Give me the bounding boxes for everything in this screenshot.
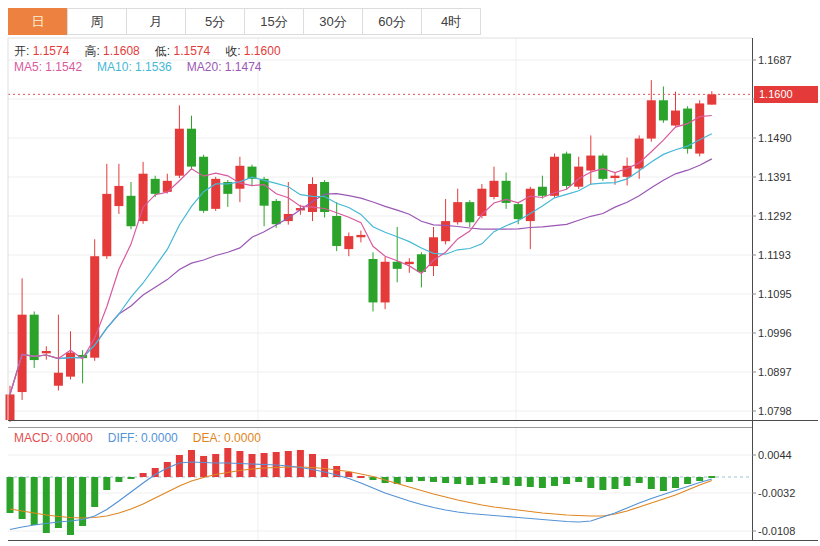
candle [18, 315, 27, 392]
macd-bar [612, 477, 619, 489]
macd-bar [430, 477, 437, 482]
macd-bar [309, 454, 316, 477]
timeframe-tab-1[interactable]: 周 [67, 8, 127, 35]
macd-bar [599, 477, 606, 490]
ohlc-item-2: 低: 1.1574 [155, 43, 210, 60]
candle [139, 174, 148, 221]
ma-item-1: MA10: 1.1536 [97, 60, 172, 74]
macd-bar [128, 477, 135, 479]
chart-window: 1.16871.15891.14901.13911.12921.11931.10… [0, 0, 820, 546]
candle [381, 262, 390, 303]
candle [260, 179, 269, 206]
macd-bar [708, 476, 715, 478]
macd-bar [575, 477, 582, 482]
macd-bar [684, 477, 691, 484]
candle [6, 394, 15, 420]
macd-bar [188, 450, 195, 477]
candle [671, 111, 680, 126]
candle [695, 103, 704, 153]
price-axis-label: 1.1391 [758, 171, 792, 183]
price-axis-label: 1.0798 [758, 405, 792, 417]
candle [369, 259, 378, 302]
candle [54, 373, 63, 386]
candle [683, 109, 692, 149]
macd-axis-label: -0.0108 [758, 525, 795, 537]
candle [272, 201, 281, 224]
candle [42, 351, 51, 353]
candle [659, 100, 668, 120]
timeframe-tabs: 日周月5分15分30分60分4时 [8, 8, 481, 35]
macd-bar [442, 477, 449, 483]
macd-bar [31, 477, 38, 525]
price-axis-label: 1.1292 [758, 210, 792, 222]
candle [514, 204, 523, 219]
timeframe-tab-3[interactable]: 5分 [185, 8, 245, 35]
macd-bar [660, 477, 667, 491]
timeframe-tab-5[interactable]: 30分 [303, 8, 363, 35]
ma-item-2: MA20: 1.1474 [187, 60, 262, 74]
price-axis-label: 1.1687 [758, 54, 792, 66]
candle [550, 157, 559, 196]
macdr-item-1: DIFF: 0.0000 [108, 431, 178, 445]
ma-readout: MA5: 1.1542MA10: 1.1536MA20: 1.1474 [14, 60, 277, 74]
candle [151, 179, 160, 194]
macd-bar [297, 450, 304, 477]
candle [441, 221, 450, 241]
ma-item-0: MA5: 1.1542 [14, 60, 82, 74]
candle [490, 181, 499, 197]
timeframe-tab-6[interactable]: 60分 [362, 8, 422, 35]
macdr-item-0: MACD: 0.0000 [14, 431, 93, 445]
macd-bar [176, 455, 183, 477]
macd-bar [696, 477, 703, 481]
candle [235, 166, 244, 189]
candle [562, 154, 571, 186]
candlestick-chart[interactable]: 1.16871.15891.14901.13911.12921.11931.10… [0, 0, 820, 546]
macd-axis-label: -0.0032 [758, 487, 795, 499]
macd-bar [515, 477, 522, 486]
candle [453, 202, 462, 222]
price-axis-label: 1.0897 [758, 366, 792, 378]
diff-line [10, 462, 712, 530]
candle [647, 100, 656, 138]
macd-bar [636, 477, 643, 483]
macd-bar [672, 477, 679, 488]
macd-bar [503, 477, 510, 485]
macd-bar [357, 476, 364, 478]
candle [127, 196, 136, 226]
macd-bar [249, 454, 256, 477]
timeframe-tab-2[interactable]: 月 [126, 8, 186, 35]
candle [30, 315, 39, 360]
timeframe-tab-7[interactable]: 4时 [421, 8, 481, 35]
macd-bar [140, 473, 147, 477]
macd-bar [527, 477, 534, 487]
current-price-tag: 1.1600 [754, 86, 818, 103]
ohlc-item-0: 开: 1.1574 [14, 43, 69, 60]
candle [356, 235, 365, 237]
candle [465, 202, 474, 222]
candle [526, 189, 535, 221]
candle [344, 236, 353, 249]
candle [707, 94, 716, 104]
macd-axis-label: 0.0044 [758, 449, 792, 461]
macd-bar [285, 451, 292, 477]
candle [405, 262, 414, 264]
ohlc-readout: 开: 1.1574高: 1.1608低: 1.1574收: 1.1600 [14, 43, 296, 60]
macd-bar [466, 477, 473, 485]
macd-bar [19, 477, 26, 519]
macd-bar [345, 472, 352, 477]
candle [66, 353, 75, 377]
timeframe-tab-0[interactable]: 日 [8, 8, 68, 35]
timeframe-tab-4[interactable]: 15分 [244, 8, 304, 35]
macd-bar [648, 477, 655, 489]
candle [163, 181, 172, 192]
macd-bar [55, 477, 62, 528]
candle [175, 129, 184, 176]
macd-bar [491, 477, 498, 483]
macd-bar [43, 477, 50, 533]
candle [114, 186, 123, 206]
macd-bar [115, 477, 122, 482]
ohlc-item-1: 高: 1.1608 [84, 43, 139, 60]
macd-bar [624, 477, 631, 486]
macd-bar [103, 477, 110, 490]
candle [332, 216, 341, 246]
